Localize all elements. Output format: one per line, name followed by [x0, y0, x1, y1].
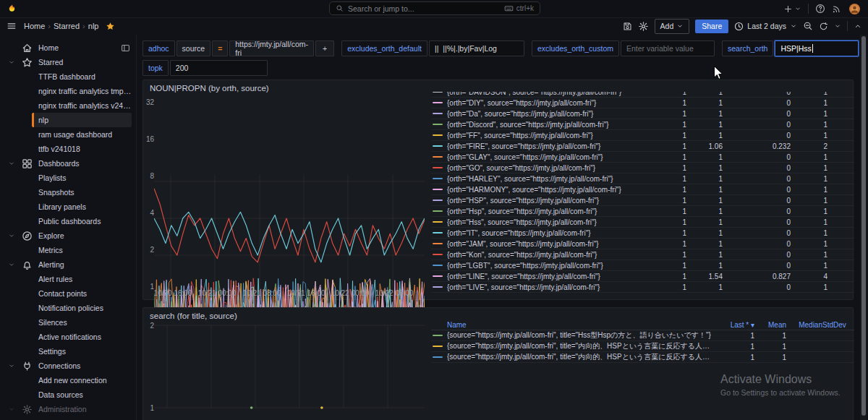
favorite-star-icon[interactable]: [106, 22, 115, 31]
legend-series-name[interactable]: {orth="HARLEY", source="https://jmty.jp/…: [447, 175, 658, 183]
zoom-out-time-button[interactable]: [803, 21, 813, 31]
legend-series-name[interactable]: {orth="DAVIDSON", source="https://jmty.j…: [447, 92, 658, 96]
scrollbar-thumb[interactable]: [861, 36, 866, 416]
sidebar-item-metrics[interactable]: Metrics: [32, 243, 132, 257]
legend-series-name[interactable]: {orth="FF", source="https://jmty.jp/all/…: [447, 132, 658, 140]
legend-series-name[interactable]: {orth="DIY", source="https://jmty.jp/all…: [447, 99, 658, 107]
var-search-orth-label[interactable]: search_orth: [722, 40, 773, 56]
legend-col-name[interactable]: Name: [431, 321, 711, 329]
breadcrumb-nlp[interactable]: nlp: [88, 22, 99, 30]
sidebar-item-data-sources[interactable]: Data sources: [32, 387, 132, 402]
legend-series-name[interactable]: {orth="LIVE", source="https://jmty.jp/al…: [447, 283, 658, 291]
grafana-logo[interactable]: [6, 3, 18, 15]
legend-value: 1: [791, 175, 827, 183]
sidebar-item-nginx-traffic-analytics-v241015[interactable]: nginx traffic analytics v241015: [32, 98, 132, 113]
adhoc-filter-operator[interactable]: =: [212, 40, 228, 56]
adhoc-filter-label[interactable]: adhoc: [142, 40, 175, 56]
search-input[interactable]: Search or jump to... ctrl+k: [329, 1, 540, 15]
var-excludes-orth-default-label[interactable]: excludes_orth_default: [341, 40, 427, 56]
sidebar-item-nginx-traffic-analytics-tmp-c[interactable]: nginx traffic analytics tmp C...: [32, 84, 132, 98]
sidebar-item-starred[interactable]: Starred: [0, 55, 136, 69]
sidebar-item-playlists[interactable]: Playlists: [32, 171, 132, 185]
dock-sidebar-icon[interactable]: [121, 43, 130, 53]
var-topk-label[interactable]: topk: [142, 60, 169, 76]
sidebar-item-add-new-connection[interactable]: Add new connection: [32, 373, 132, 387]
var-search-orth-input[interactable]: HSP|Hss: [775, 40, 859, 56]
breadcrumb-starred[interactable]: Starred: [54, 22, 80, 30]
panel-legend: {orth="DAVIDSON", source="https://jmty.j…: [431, 92, 854, 298]
adhoc-filter-add-button[interactable]: +: [315, 40, 334, 56]
legend-series-name[interactable]: {orth="LGBT", source="https://jmty.jp/al…: [447, 262, 658, 270]
sidebar-item-notification-policies[interactable]: Notification policies: [32, 301, 132, 315]
sidebar-item-ttfb-dashboard[interactable]: TTFB dashboard: [32, 69, 132, 84]
legend-series-name[interactable]: {orth="Discord", source="https://jmty.jp…: [447, 121, 658, 129]
legend-row: {orth="DAVIDSON", source="https://jmty.j…: [431, 92, 854, 98]
timeseries-chart[interactable]: [154, 322, 425, 420]
breadcrumb-home[interactable]: Home: [24, 22, 45, 30]
sidebar-item-ram-usage-dashboard[interactable]: ram usage dashboard: [32, 127, 132, 142]
legend-series-name[interactable]: {source="https://jmty.jp/all/com-fri", t…: [447, 330, 711, 340]
sidebar-item-connections[interactable]: Connections: [0, 359, 136, 373]
menu-toggle-button[interactable]: [7, 21, 17, 31]
sidebar-item-public-dashboards[interactable]: Public dashboards: [32, 214, 132, 228]
panel-title[interactable]: NOUN|PROPN (by orth, source): [150, 84, 269, 93]
sidebar-item-settings[interactable]: Settings: [32, 344, 132, 359]
legend-series-name[interactable]: {orth="JAM", source="https://jmty.jp/all…: [447, 240, 658, 248]
var-excludes-orth-default-input[interactable]: [429, 40, 524, 56]
user-avatar[interactable]: [848, 3, 861, 15]
var-excludes-orth-custom-label[interactable]: excludes_orth_custom: [532, 40, 619, 56]
time-range-picker[interactable]: Last 2 days: [734, 22, 797, 31]
legend-series-name[interactable]: {orth="HSP", source="https://jmty.jp/all…: [447, 197, 658, 205]
sidebar-item-home[interactable]: Home: [0, 40, 136, 55]
breadcrumb-separator: ›: [48, 22, 51, 30]
sidebar-item-active-notifications[interactable]: Active notifications: [32, 330, 132, 344]
sidebar-item-alerting[interactable]: Alerting: [0, 257, 136, 272]
sidebar-item-label: TTFB dashboard: [38, 72, 132, 81]
legend-row: {source="https://jmty.jp/all/com-fri", t…: [431, 341, 854, 352]
adhoc-filter-value[interactable]: https://jmty.jp/all/com-fri: [229, 40, 314, 56]
sidebar-item-nlp[interactable]: nlp: [32, 113, 132, 127]
sidebar-item-ttfb-v241018[interactable]: ttfb v241018: [32, 142, 132, 156]
share-button[interactable]: Share: [695, 20, 728, 33]
legend-series-name[interactable]: {orth="Da", source="https://jmty.jp/all/…: [447, 110, 658, 118]
legend-series-name[interactable]: {source="https://jmty.jp/all/com-fri", t…: [447, 352, 711, 362]
sidebar-item-dashboards[interactable]: Dashboards: [0, 156, 136, 171]
legend-series-name[interactable]: {orth="LINE", source="https://jmty.jp/al…: [447, 273, 658, 280]
legend-series-name[interactable]: {orth="Hss", source="https://jmty.jp/all…: [447, 218, 658, 226]
sidebar-item-alert-rules[interactable]: Alert rules: [32, 272, 132, 286]
refresh-button[interactable]: [819, 22, 828, 31]
sidebar-item-explore[interactable]: Explore: [0, 228, 136, 243]
legend-series-name[interactable]: {orth="Hsp", source="https://jmty.jp/all…: [447, 207, 658, 215]
news-button[interactable]: [832, 4, 842, 14]
var-excludes-orth-custom-input[interactable]: [621, 40, 715, 56]
legend-series-name[interactable]: {orth="GLAY", source="https://jmty.jp/al…: [447, 153, 658, 161]
var-topk-input[interactable]: [170, 60, 268, 76]
legend-col-header[interactable]: Mean: [754, 321, 786, 329]
legend-series-name[interactable]: {orth="Kon", source="https://jmty.jp/all…: [447, 251, 658, 259]
sidebar-item-snapshots[interactable]: Snapshots: [32, 185, 132, 200]
sidebar-item-contact-points[interactable]: Contact points: [32, 286, 132, 301]
sidebar-item-administration[interactable]: Administration: [0, 402, 136, 416]
legend-series-name[interactable]: {orth="GO", source="https://jmty.jp/all/…: [447, 164, 658, 172]
legend-series-name[interactable]: {orth="FIRE", source="https://jmty.jp/al…: [447, 142, 658, 150]
save-dashboard-button[interactable]: [623, 22, 632, 31]
dashboard-settings-button[interactable]: [638, 21, 649, 32]
panel-title[interactable]: search (for title, source): [150, 312, 237, 320]
chevron-down-icon: [7, 59, 16, 66]
refresh-interval-button[interactable]: [834, 22, 841, 30]
legend-col-header[interactable]: StdDev: [822, 321, 854, 329]
legend-value: 4: [791, 273, 827, 280]
legend-series-name[interactable]: {orth="HARMONY", source="https://jmty.jp…: [447, 186, 658, 194]
legend-series-name[interactable]: {source="https://jmty.jp/all/com-fri", t…: [447, 341, 711, 351]
collapse-top-button[interactable]: [854, 22, 862, 30]
legend-series-name[interactable]: {orth="IT", source="https://jmty.jp/all/…: [447, 229, 658, 237]
add-panel-button[interactable]: Add: [655, 19, 690, 34]
sidebar-item-silences[interactable]: Silences: [32, 315, 132, 330]
adhoc-filter-key[interactable]: source: [176, 40, 211, 56]
legend-col-header[interactable]: Median: [786, 321, 822, 329]
legend-col-header[interactable]: Last * ▾: [711, 321, 754, 329]
legend-value: 1: [686, 197, 723, 205]
help-button[interactable]: [815, 4, 825, 14]
new-menu-button[interactable]: [783, 4, 801, 14]
sidebar-item-library-panels[interactable]: Library panels: [32, 200, 132, 214]
